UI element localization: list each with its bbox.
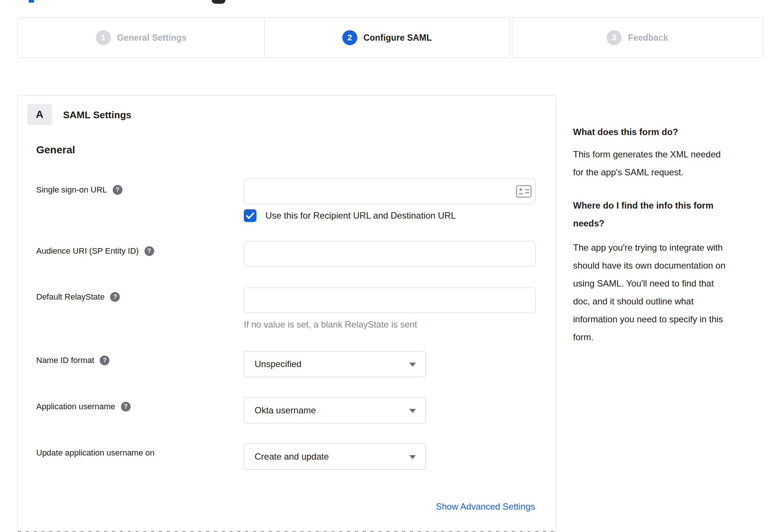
use-for-recipient-destination-label: Use this for Recipient URL and Destinati… [265,210,456,221]
update-app-username-select[interactable]: Create and update [244,444,426,470]
default-relaystate-label: Default RelayState ? [36,292,120,302]
audience-uri-label: Audience URI (SP Entity ID) ? [36,246,154,256]
relaystate-helper-text: If no value is set, a blank RelayState i… [244,319,417,330]
use-for-recipient-destination-checkbox[interactable] [244,209,256,222]
step-2-number-badge: 2 [342,30,357,45]
chevron-down-icon [409,363,416,367]
step-1-label: General Settings [117,33,187,43]
step-3-label: Feedback [628,33,668,43]
help-question-1: What does this form do? [573,123,765,141]
help-answer-1: This form generates the XML needed for t… [573,145,765,181]
application-username-value: Okta username [255,405,316,416]
cutoff-gear-icon-fragment [212,0,225,4]
update-app-username-value: Create and update [255,451,329,462]
name-id-format-label: Name ID format ? [36,356,109,365]
panel-title: SAML Settings [63,109,131,121]
audience-uri-help-icon[interactable]: ? [144,246,154,256]
sso-url-input[interactable] [244,179,536,204]
help-question-2: Where do I find the info this form needs… [573,197,765,232]
chevron-down-icon [409,455,416,459]
step-feedback[interactable]: 3 Feedback [512,18,763,58]
chevron-down-icon [409,409,416,413]
step-general-settings[interactable]: 1 General Settings [18,18,265,58]
check-icon [246,212,254,219]
help-sidebar: What does this form do? This form genera… [573,123,765,346]
update-app-username-label: Update application username on [36,448,155,458]
wizard-stepper: 1 General Settings 2 Configure SAML 3 Fe… [18,18,763,58]
sso-url-help-icon[interactable]: ? [113,185,122,195]
general-section-heading: General [36,144,75,156]
application-username-label: Application username ? [36,402,131,411]
default-relaystate-help-icon[interactable]: ? [110,292,120,302]
name-id-format-select[interactable]: Unspecified [244,351,426,377]
help-answer-2: The app you're trying to integrate with … [573,239,765,346]
name-id-format-help-icon[interactable]: ? [100,356,109,365]
saml-settings-panel: A SAML Settings General Single sign-on U… [18,95,556,532]
application-username-help-icon[interactable]: ? [121,402,131,411]
section-a-badge: A [27,104,52,125]
application-username-select[interactable]: Okta username [244,397,426,423]
configure-saml-page: 1 General Settings 2 Configure SAML 3 Fe… [0,0,781,532]
sso-url-label: Single sign-on URL ? [36,185,122,195]
show-advanced-settings-link[interactable]: Show Advanced Settings [436,501,535,512]
default-relaystate-input[interactable] [244,288,536,313]
step-configure-saml[interactable]: 2 Configure SAML [265,18,510,58]
audience-uri-input[interactable] [244,241,536,266]
cutoff-page-title-fragment [29,0,34,3]
step-2-label: Configure SAML [364,33,432,43]
name-id-format-value: Unspecified [255,359,301,369]
contact-card-icon[interactable] [516,185,532,198]
step-3-number-badge: 3 [607,30,622,45]
step-1-number-badge: 1 [96,30,111,45]
